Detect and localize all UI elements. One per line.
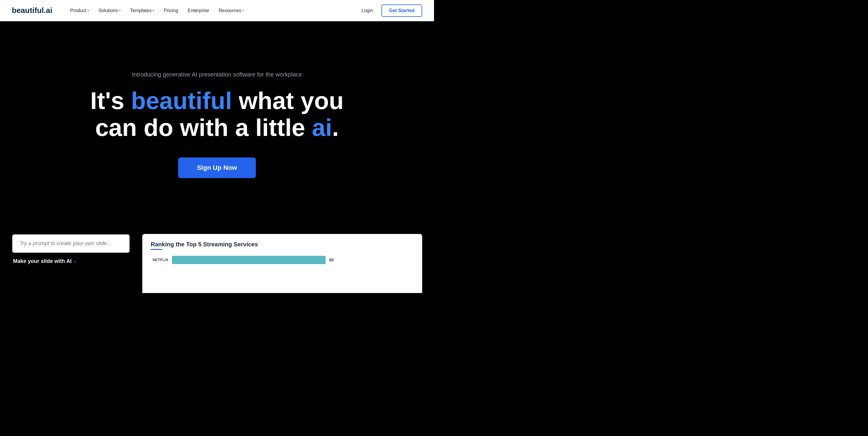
hero-title: It's beautiful what you can do with a li…	[72, 88, 362, 141]
bottom-section: Make your slide with AI › Ranking the To…	[0, 222, 434, 293]
arrow-right-icon: ›	[74, 258, 76, 265]
nav-item-resources[interactable]: Resources ▾	[215, 6, 247, 15]
make-slide-text: Make your slide with AI	[13, 258, 71, 264]
hero-title-beautiful: beautiful	[131, 87, 232, 114]
logo-text: beautiful.ai	[12, 6, 52, 15]
chart-bar-row: NETFLIX 90	[151, 256, 414, 264]
sign-up-button[interactable]: Sign Up Now	[178, 157, 256, 178]
chart-title: Ranking the Top 5 Streaming Services	[151, 241, 414, 248]
hero-title-period: .	[332, 114, 339, 141]
nav-item-enterprise[interactable]: Enterprise	[184, 6, 213, 15]
hero-section: Introducing generative AI presentation s…	[0, 21, 434, 222]
chart-section: Ranking the Top 5 Streaming Services NET…	[143, 234, 422, 293]
login-button[interactable]: Login	[358, 6, 377, 15]
chart-underline	[151, 249, 162, 250]
make-slide-link[interactable]: Make your slide with AI ›	[12, 258, 130, 265]
get-started-button[interactable]: Get Started	[381, 4, 422, 17]
hero-subtitle: Introducing generative AI presentation s…	[132, 71, 302, 78]
chart-bar	[172, 256, 326, 264]
hero-title-ai: ai	[312, 114, 332, 141]
nav-item-solutions[interactable]: Solutions ▾	[95, 6, 124, 15]
prompt-input[interactable]	[20, 241, 122, 247]
navbar: beautiful.ai Product ▾ Solutions ▾ Templ…	[0, 0, 434, 21]
chevron-down-icon: ▾	[119, 9, 121, 12]
chart-bar-value: 90	[329, 257, 334, 262]
chevron-down-icon: ▾	[242, 9, 244, 12]
chart-bar-label: NETFLIX	[151, 258, 168, 262]
prompt-input-wrapper	[12, 234, 130, 253]
chevron-down-icon: ▾	[88, 9, 89, 12]
logo-dot: .	[44, 6, 46, 15]
nav-item-templates[interactable]: Templates ▾	[126, 6, 158, 15]
logo[interactable]: beautiful.ai	[12, 6, 52, 15]
nav-item-product[interactable]: Product ▾	[66, 6, 92, 15]
chevron-down-icon: ▾	[153, 9, 154, 12]
ai-prompt-section: Make your slide with AI ›	[12, 234, 142, 265]
nav-links: Product ▾ Solutions ▾ Templates ▾ Pricin…	[66, 6, 358, 15]
nav-item-pricing[interactable]: Pricing	[160, 6, 182, 15]
nav-right: Login Get Started	[358, 4, 422, 17]
hero-title-part1: It's	[90, 87, 131, 114]
